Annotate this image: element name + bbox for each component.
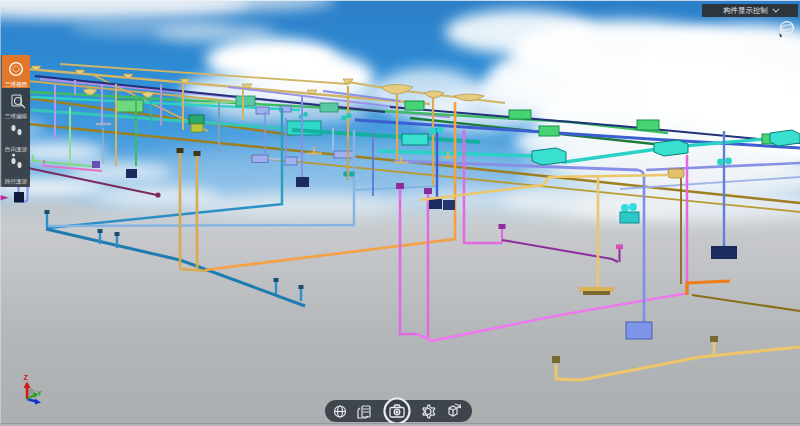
svg-text:Y: Y [37,390,42,397]
svg-text:Z: Z [24,373,29,382]
